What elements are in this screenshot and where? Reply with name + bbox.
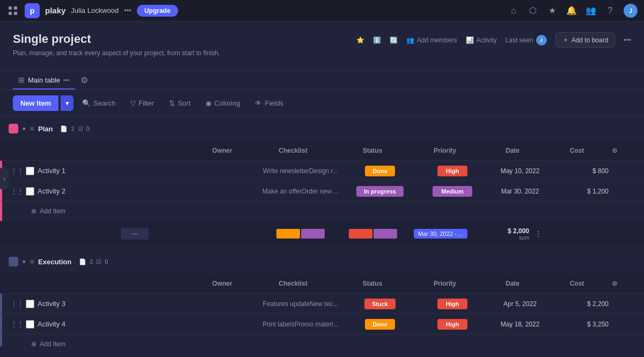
main-table-tab[interactable]: ⊞ Main table ••• xyxy=(13,70,75,90)
svg-rect-2 xyxy=(9,12,12,15)
table-row: ⋮⋮ Activity 3 Features updateNew tec... … xyxy=(0,294,644,314)
row-drag-handle[interactable]: ⋮⋮ xyxy=(11,188,24,195)
status-badge[interactable]: Done xyxy=(365,166,395,176)
group-plan-checkbox[interactable] xyxy=(9,124,18,133)
priority-seg-medium xyxy=(374,229,397,239)
tab-more-icon[interactable]: ••• xyxy=(63,77,70,83)
col-priority-label: Priority xyxy=(412,147,478,154)
people-icon[interactable]: 👥 xyxy=(585,5,597,16)
row-checkbox[interactable] xyxy=(26,187,34,196)
col-date-label: Date xyxy=(478,280,547,287)
row-status[interactable]: Done xyxy=(340,319,420,330)
row-drag-handle[interactable]: ⋮⋮ xyxy=(11,321,24,328)
add-members-button[interactable]: 👥 Add members xyxy=(406,36,457,44)
row-drag-handle[interactable]: ⋮⋮ xyxy=(11,300,24,308)
row-checkbox[interactable] xyxy=(26,300,34,308)
group-plan-drag-handle[interactable]: ≡ xyxy=(30,125,34,132)
refresh-button[interactable]: 🔄 xyxy=(390,36,398,44)
status-badge[interactable]: Done xyxy=(365,319,395,330)
row-status[interactable]: Done xyxy=(340,166,420,176)
row-status[interactable]: Stuck xyxy=(340,299,420,309)
star-icon[interactable]: ★ xyxy=(546,5,558,16)
sidebar-toggle[interactable]: › xyxy=(0,168,9,189)
group-execution-name: Execution xyxy=(38,258,71,266)
summary-more-button[interactable]: ⋮ xyxy=(535,229,545,238)
new-item-button[interactable]: New Item xyxy=(13,95,58,111)
svg-rect-3 xyxy=(14,12,17,15)
sort-button[interactable]: ⇅ Sort xyxy=(163,96,197,110)
cube-icon[interactable]: ⬡ xyxy=(527,5,539,16)
row-drag-handle[interactable]: ⋮⋮ xyxy=(11,167,24,175)
table-row: ⋮⋮ Activity 4 Print labelsPromo materi..… xyxy=(0,314,644,334)
group-plan-chevron[interactable]: ▾ xyxy=(23,125,26,132)
row-priority[interactable]: High xyxy=(420,319,485,330)
search-button[interactable]: 🔍 Search xyxy=(76,96,122,110)
row-priority[interactable]: Medium xyxy=(420,186,485,197)
activity-button[interactable]: 📊 Activity xyxy=(466,36,497,44)
status-badge[interactable]: In progress xyxy=(356,186,404,197)
toolbar: New Item ▾ 🔍 Search ▽ Filter ⇅ Sort ◉ Co… xyxy=(0,90,644,117)
home-icon[interactable]: ⌂ xyxy=(508,6,519,16)
nav-more-icon[interactable]: ••• xyxy=(124,6,131,14)
fields-icon: 👁 xyxy=(255,99,262,107)
col-add-button[interactable]: ⊕ xyxy=(606,279,623,287)
star-project-button[interactable]: ⭐ xyxy=(356,36,364,44)
last-seen-button[interactable]: Last seen J xyxy=(506,35,547,46)
bell-icon[interactable]: 🔔 xyxy=(566,5,577,16)
priority-badge[interactable]: High xyxy=(437,319,467,330)
help-icon[interactable]: ? xyxy=(604,6,616,16)
status-seg-inprogress xyxy=(301,229,325,239)
add-item-row-execution[interactable]: ⊕ Add Item xyxy=(0,334,644,346)
table-icon: ⊞ xyxy=(18,76,25,84)
summary-date: Mar 30, 2022 - ... xyxy=(406,229,475,239)
fields-button[interactable]: 👁 Fields xyxy=(248,96,290,110)
upgrade-button[interactable]: Upgrade xyxy=(137,5,178,17)
row-activity-name[interactable]: Activity 2 xyxy=(38,187,199,195)
add-item-row-plan[interactable]: ⊕ Add Item xyxy=(0,202,644,221)
row-priority[interactable]: High xyxy=(420,299,485,309)
status-badge[interactable]: Stuck xyxy=(364,299,396,309)
table-row: ⋮⋮ Activity 2 Make an offerOrder new ...… xyxy=(0,181,644,202)
new-item-dropdown[interactable]: ▾ xyxy=(61,95,74,111)
row-checkbox[interactable] xyxy=(26,167,34,175)
priority-seg-high xyxy=(349,229,372,239)
filter-button[interactable]: ▽ Filter xyxy=(124,96,160,110)
plaky-logo[interactable]: p xyxy=(25,3,40,18)
coloring-button[interactable]: ◉ Coloring xyxy=(199,96,246,110)
col-add-button[interactable]: ⊕ xyxy=(606,146,623,154)
plus-icon: ＋ xyxy=(562,35,569,44)
row-priority[interactable]: High xyxy=(420,166,485,176)
svg-rect-0 xyxy=(9,6,12,10)
group-execution-header: ▾ ≡ Execution 📄 2 ☑ 0 xyxy=(0,250,644,273)
col-status-label: Status xyxy=(333,147,412,154)
row-status[interactable]: In progress xyxy=(340,186,420,197)
priority-badge[interactable]: Medium xyxy=(433,186,472,197)
project-title: Single project xyxy=(13,32,220,46)
add-to-board-button[interactable]: ＋ Add to board xyxy=(555,32,616,48)
row-checkbox[interactable] xyxy=(26,320,34,329)
col-cost-label: Cost xyxy=(547,280,606,287)
app-name: plaky xyxy=(45,6,65,15)
table-settings-icon[interactable]: ⚙ xyxy=(80,75,88,85)
info-button[interactable]: ℹ️ xyxy=(373,36,381,44)
project-subtitle: Plan, manage, and track every aspect of … xyxy=(13,49,220,57)
col-owner-label: Owner xyxy=(191,280,253,287)
col-cost-label: Cost xyxy=(547,147,606,154)
row-activity-name[interactable]: Activity 4 xyxy=(38,320,199,328)
priority-badge[interactable]: High xyxy=(437,166,467,176)
row-cost: $ 1,200 xyxy=(555,188,614,195)
last-seen-avatar: J xyxy=(536,35,547,46)
group-execution-chevron[interactable]: ▾ xyxy=(23,258,26,265)
group-execution-checkbox[interactable] xyxy=(9,257,18,266)
group-execution-drag-handle[interactable]: ≡ xyxy=(30,258,34,265)
row-cost: $ 800 xyxy=(555,167,614,175)
row-activity-name[interactable]: Activity 1 xyxy=(38,167,199,175)
project-more-button[interactable]: ••• xyxy=(624,36,631,44)
apps-grid-icon[interactable] xyxy=(6,4,19,17)
summary-dash: — xyxy=(9,228,261,240)
group-plan-meta: 📄 2 ☑ 0 xyxy=(60,125,89,132)
priority-badge[interactable]: High xyxy=(437,299,467,309)
col-status-label: Status xyxy=(333,280,412,287)
user-avatar[interactable]: J xyxy=(624,4,638,18)
row-activity-name[interactable]: Activity 3 xyxy=(38,300,199,308)
